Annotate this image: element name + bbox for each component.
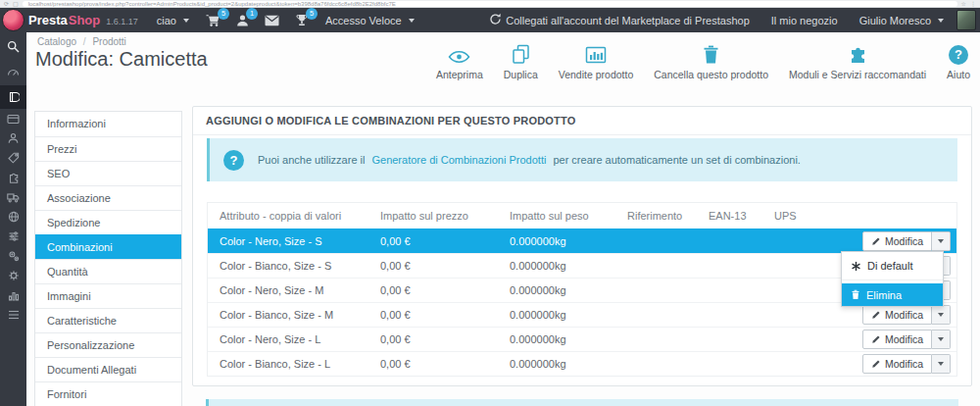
cell-price: 0,00 € bbox=[380, 309, 510, 321]
help-button[interactable]: ? Aiuto bbox=[947, 41, 970, 80]
action-label: Moduli e Servizi raccomandati bbox=[789, 69, 926, 80]
edit-button[interactable]: Modifica bbox=[862, 354, 932, 374]
tab-personalizzazione[interactable]: Personalizzazione bbox=[35, 332, 181, 357]
cell-weight: 0.000000kg bbox=[510, 260, 627, 272]
tab-associazione[interactable]: Associazione bbox=[35, 185, 181, 210]
delete-menu-item[interactable]: Elimina bbox=[842, 283, 943, 306]
action-label: Anteprima bbox=[436, 69, 483, 80]
edit-button[interactable]: Modifica bbox=[862, 305, 932, 325]
tab-immagini[interactable]: Immagini bbox=[35, 283, 181, 308]
user-menu[interactable]: Giulio Moresco bbox=[851, 15, 953, 26]
action-label: Aiuto bbox=[947, 69, 970, 80]
sidebar-item-advanced-parameters[interactable] bbox=[0, 246, 26, 266]
trophy-badge: 5 bbox=[306, 8, 318, 20]
my-shop-link[interactable]: Il mio negozio bbox=[762, 15, 847, 26]
tab-fornitori[interactable]: Fornitori bbox=[35, 381, 181, 406]
eye-icon bbox=[448, 41, 470, 65]
sidebar-item-preferences[interactable] bbox=[0, 227, 26, 246]
achievements[interactable]: 5 bbox=[287, 14, 317, 27]
cell-weight: 0.000000kg bbox=[510, 309, 627, 321]
cell-price: 0,00 € bbox=[380, 235, 510, 247]
duplicate-icon bbox=[512, 41, 530, 65]
cell-weight: 0.000000kg bbox=[510, 235, 627, 247]
tab-caratteristiche[interactable]: Caratteristiche bbox=[35, 308, 181, 332]
tab-documenti-allegati[interactable]: Documenti Allegati bbox=[35, 357, 181, 381]
page-title: Modifica: Camicetta bbox=[35, 48, 208, 71]
my-shop-label: Il mio negozio bbox=[771, 15, 838, 26]
col-header-weight: Impatto sul peso bbox=[510, 210, 627, 222]
duplicate-button[interactable]: Duplica bbox=[504, 41, 538, 80]
tab-prezzi[interactable]: Prezzi bbox=[35, 136, 181, 161]
shop-selector[interactable]: ciao bbox=[148, 8, 198, 32]
sidebar-icon-rail bbox=[0, 32, 26, 406]
customer-notifications[interactable]: 1 bbox=[228, 14, 257, 27]
edit-dropdown-toggle[interactable] bbox=[932, 354, 951, 374]
tab-quantita[interactable]: Quantità bbox=[35, 259, 181, 283]
product-sales-button[interactable]: Vendite prodotto bbox=[559, 41, 633, 80]
cell-weight: 0.000000kg bbox=[510, 333, 627, 345]
tab-combinazioni[interactable]: Combinazioni bbox=[35, 234, 181, 259]
sidebar-item-localization[interactable] bbox=[0, 207, 26, 227]
sidebar-item-orders[interactable] bbox=[0, 109, 26, 128]
tab-seo[interactable]: SEO bbox=[35, 161, 181, 185]
sidebar-item-modules[interactable] bbox=[0, 168, 26, 187]
breadcrumb-section[interactable]: Catalogo bbox=[37, 36, 76, 47]
edit-dropdown-toggle[interactable] bbox=[932, 231, 951, 251]
col-header-price: Impatto sul prezzo bbox=[380, 210, 510, 222]
menu-icon[interactable] bbox=[0, 305, 26, 325]
set-default-menu-item[interactable]: Di default bbox=[842, 252, 943, 280]
sidebar-item-catalog[interactable] bbox=[0, 85, 26, 109]
cart-notifications[interactable]: 5 bbox=[198, 14, 228, 27]
question-icon: ? bbox=[949, 41, 968, 65]
edit-split-button: Modifica bbox=[862, 231, 951, 251]
page-actions: Anteprima Duplica Vendite prodotto Cance… bbox=[436, 41, 970, 80]
sync-icon bbox=[489, 13, 502, 27]
sidebar-item-shipping[interactable] bbox=[0, 187, 26, 207]
preview-button[interactable]: Anteprima bbox=[436, 41, 483, 80]
chevron-down-icon bbox=[938, 19, 944, 23]
edit-button[interactable]: Modifica bbox=[862, 330, 932, 349]
combinations-panel: AGGIUNGI O MODIFICA LE COMBINAZIONI PER … bbox=[192, 106, 972, 386]
breadcrumb-page[interactable]: Prodotti bbox=[92, 36, 125, 47]
bookmark-icon[interactable]: ▢ bbox=[13, 0, 19, 7]
prestashop-logo[interactable] bbox=[2, 9, 24, 31]
brand-presta: Presta bbox=[28, 13, 68, 27]
delete-product-button[interactable]: Cancella questo prodotto bbox=[654, 41, 768, 80]
star-icon[interactable]: ☆ bbox=[961, 0, 966, 7]
top-bar: PrestaShop 1.6.1.17 ciao 5 1 5 Accesso V… bbox=[0, 8, 980, 32]
tab-spedizione[interactable]: Spedizione bbox=[35, 210, 181, 234]
cell-weight: 0.000000kg bbox=[510, 358, 627, 370]
dashboard-icon[interactable] bbox=[0, 64, 26, 79]
browser-menu-icon[interactable]: ⋮ bbox=[970, 0, 976, 7]
recommended-modules-button[interactable]: Moduli e Servizi raccomandati bbox=[789, 41, 926, 80]
tab-informazioni[interactable]: Informazioni bbox=[35, 112, 181, 136]
sidebar-item-price-rules[interactable] bbox=[0, 148, 26, 168]
edit-dropdown-toggle[interactable] bbox=[932, 305, 951, 325]
cell-weight: 0.000000kg bbox=[510, 284, 627, 296]
combination-generator-link[interactable]: Generatore di Combinazioni Prodotti bbox=[371, 154, 546, 166]
pencil-icon bbox=[871, 334, 881, 344]
sidebar-item-customers[interactable] bbox=[0, 128, 26, 148]
topbar-right: Collegati all'account del Marketplace di… bbox=[480, 10, 980, 30]
edit-dropdown-toggle[interactable] bbox=[932, 330, 951, 349]
content-area: Catalogo / Prodotti Modifica: Camicetta … bbox=[26, 32, 980, 406]
version-label: 1.6.1.17 bbox=[106, 17, 138, 26]
sidebar-item-administration[interactable] bbox=[0, 266, 26, 285]
envelope-icon bbox=[265, 15, 279, 26]
search-icon[interactable] bbox=[0, 38, 26, 54]
panel-heading: AGGIUNGI O MODIFICA LE COMBINAZIONI PER … bbox=[193, 107, 971, 135]
action-label: Cancella questo prodotto bbox=[654, 69, 768, 80]
avatar[interactable] bbox=[956, 10, 976, 30]
url-bar[interactable]: localhost/prestashop/prova/index.php?con… bbox=[23, 1, 957, 7]
reload-icon[interactable]: ⟳ bbox=[4, 0, 9, 7]
messages[interactable] bbox=[257, 15, 287, 26]
edit-button[interactable]: Modifica bbox=[862, 231, 932, 251]
cell-combination: Color - Bianco, Size - L bbox=[208, 358, 380, 370]
sidebar-item-stats[interactable] bbox=[0, 285, 26, 305]
quick-access-label: Accesso Veloce bbox=[325, 15, 402, 26]
marketplace-link[interactable]: Collegati all'account del Marketplace di… bbox=[480, 13, 759, 27]
quick-access-menu[interactable]: Accesso Veloce bbox=[317, 8, 423, 32]
pencil-icon bbox=[871, 359, 881, 369]
asterisk-icon bbox=[851, 261, 861, 272]
question-icon: ? bbox=[223, 150, 244, 171]
